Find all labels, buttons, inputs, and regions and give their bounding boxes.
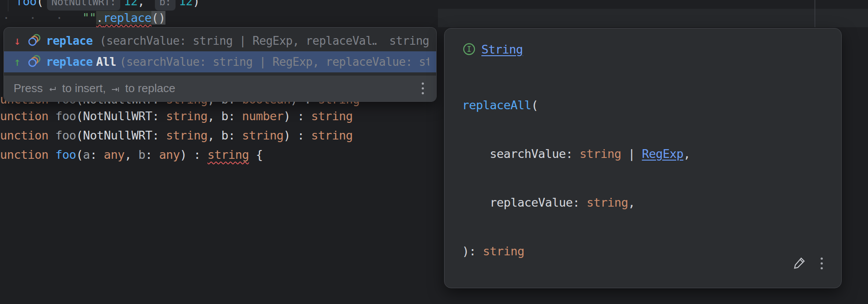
up-arrow-icon: ↑ [11, 55, 23, 68]
method-icon [27, 33, 43, 49]
doc-header: I String [462, 42, 833, 57]
doc-signature: replaceAll( searchValue: string | RegExp… [462, 64, 833, 288]
hint-text-replace: to replace [125, 82, 175, 95]
code-line-overload-3[interactable]: unction foo(a: any, b: any) : string { [0, 147, 263, 163]
edit-pencil-icon[interactable] [793, 256, 807, 272]
signature-line: replaceAll( [462, 97, 833, 113]
completion-hint-bar: Press to insert, to replace [4, 75, 436, 101]
completion-name: replace [46, 55, 93, 68]
code-line-overload-2[interactable]: unction foo(NotNullWRT: string, b: strin… [0, 127, 353, 144]
more-options-icon[interactable] [818, 255, 825, 272]
code-line-call-foo[interactable]: foo(NotNullWRT:12, b:12) [16, 0, 200, 11]
autocomplete-list: ↓ replace (searchValue: string | RegExp,… [4, 28, 436, 72]
hint-text-insert: to insert, [62, 82, 106, 95]
interface-icon: I [462, 42, 476, 56]
completion-item-replace[interactable]: ↓ replace (searchValue: string | RegExp,… [4, 30, 436, 51]
more-options-icon[interactable] [419, 80, 427, 97]
code-line-overload-1[interactable]: unction foo(NotNullWRT: string, b: numbe… [0, 108, 353, 125]
down-arrow-icon: ↓ [11, 34, 23, 47]
doc-action-buttons [793, 255, 825, 272]
hint-text-pre: Press [14, 82, 43, 95]
signature-line: replaceValue: string, [462, 194, 833, 211]
signature-line: ): string [462, 243, 833, 259]
ide-editor-screen: foo(NotNullWRT:12, b:12) · · · "".replac… [0, 0, 868, 304]
completion-signature: (searchValue: string | RegExp, replaceVa… [100, 34, 377, 47]
code-line-replace-call[interactable]: · · · "".replace() [3, 10, 165, 26]
doc-type-link-string[interactable]: String [481, 43, 523, 56]
enter-key-icon [47, 84, 57, 95]
completion-signature: (searchValue: string | RegExp, replaceVa… [120, 55, 429, 68]
completion-item-replaceall-selected[interactable]: ↑ replaceAll (searchValue: string | RegE… [4, 51, 436, 72]
signature-line: searchValue: string | RegExp, [462, 146, 833, 162]
completion-return-type: string [380, 34, 429, 47]
completion-name: replace [46, 34, 93, 47]
autocomplete-popup: ↓ replace (searchValue: string | RegExp,… [4, 27, 437, 102]
editor-vertical-separator [814, 0, 815, 27]
svg-text:I: I [467, 45, 471, 54]
method-icon [27, 54, 43, 70]
editor-top-band [438, 9, 868, 27]
tab-key-icon [110, 84, 121, 95]
documentation-popup: I String replaceAll( searchValue: string… [444, 28, 842, 288]
